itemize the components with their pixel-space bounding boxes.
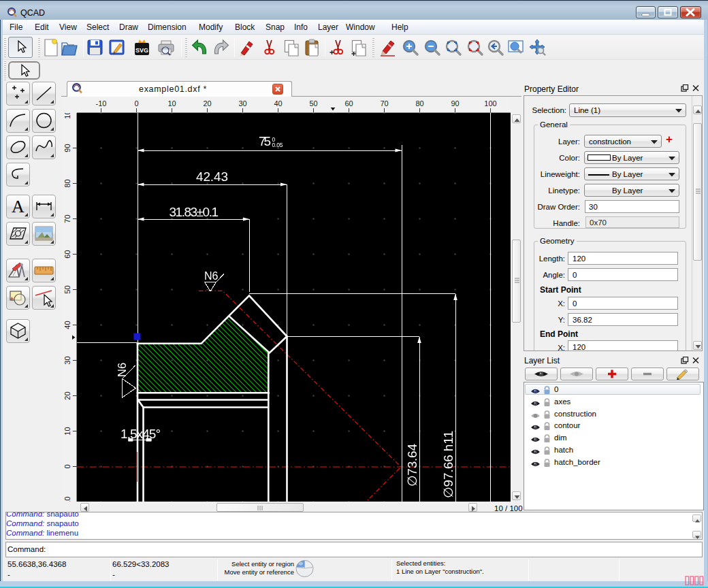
svg-text:20: 20 [63,391,71,399]
svg-text:60: 60 [344,99,353,108]
svg-text:100: 100 [63,113,71,119]
svg-text:50: 50 [63,285,71,293]
svg-text:0.05: 0.05 [272,142,283,148]
svg-text:-10: -10 [96,99,107,108]
svg-text:100: 100 [484,99,496,108]
svg-text:10: 10 [63,427,71,435]
svg-text:80: 80 [415,99,423,108]
svg-text:30: 30 [238,99,246,108]
svg-text:0: 0 [63,464,71,468]
svg-text:∅97.66 h11: ∅97.66 h11 [441,431,455,498]
svg-text:40: 40 [63,321,71,329]
svg-text:70: 70 [63,214,71,223]
svg-text:10: 10 [167,99,176,108]
svg-text:0: 0 [134,99,138,108]
svg-text:90: 90 [63,144,71,152]
svg-text:50: 50 [309,99,317,108]
svg-text:A: A [12,197,25,216]
svg-text:75: 75 [259,134,271,148]
svg-text:1.5x45°: 1.5x45° [120,427,161,441]
svg-text:80: 80 [63,179,71,187]
svg-text:SVG: SVG [135,47,148,54]
svg-text:∅73.64: ∅73.64 [405,444,419,487]
svg-text:31.83±0.1: 31.83±0.1 [170,205,219,219]
svg-text:40: 40 [274,99,282,108]
svg-text:60: 60 [63,250,71,258]
svg-text:-10: -10 [63,497,71,502]
svg-text:20: 20 [203,99,211,108]
svg-text:90: 90 [451,99,459,108]
svg-text:70: 70 [380,99,388,108]
svg-text:30: 30 [63,356,71,364]
svg-text:N6: N6 [204,270,219,282]
svg-text:42.43: 42.43 [196,169,228,184]
